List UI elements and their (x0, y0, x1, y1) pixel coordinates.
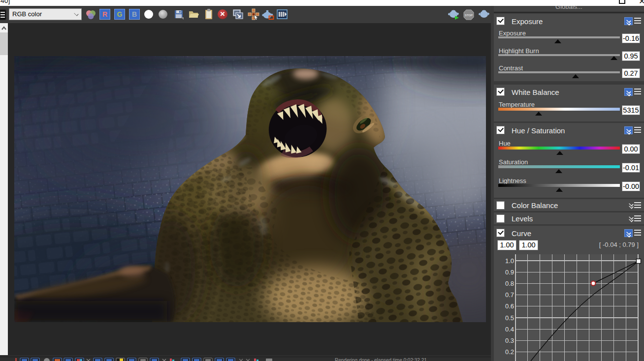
svg-text:1.0: 1.0 (505, 257, 514, 265)
svg-text:0.2: 0.2 (505, 348, 514, 356)
svg-text:0.7: 0.7 (505, 291, 514, 299)
svg-text:0.3: 0.3 (505, 337, 514, 344)
svg-text:Rendering done - elapsed time: Rendering done - elapsed time 0:02:32.21 (335, 358, 427, 361)
svg-text:0.9: 0.9 (505, 269, 514, 276)
svg-text:0.4: 0.4 (505, 326, 514, 333)
svg-text:STOP: STOP (465, 14, 473, 17)
svg-text:0.8: 0.8 (505, 280, 514, 287)
svg-text:0.6: 0.6 (505, 302, 514, 310)
svg-text:0.5: 0.5 (505, 314, 514, 322)
